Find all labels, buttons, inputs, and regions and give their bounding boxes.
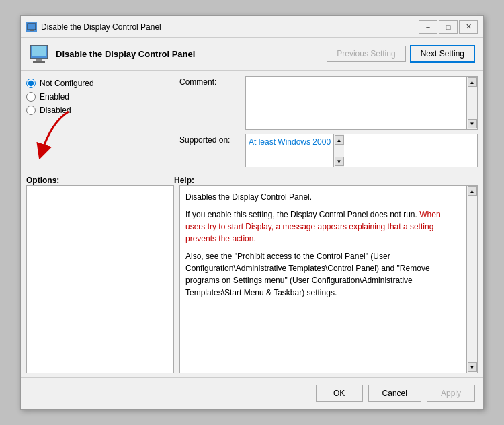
svg-rect-4 — [36, 59, 42, 61]
comment-row: Comment: ▲ ▼ — [179, 76, 478, 130]
radio-enabled-input[interactable] — [26, 92, 36, 102]
help-scroll-down[interactable]: ▼ — [468, 362, 477, 372]
radio-not-configured-label: Not Configured — [40, 79, 94, 88]
radio-disabled[interactable]: Disabled — [26, 106, 174, 115]
comment-box: ▲ ▼ — [245, 76, 478, 130]
radio-not-configured[interactable]: Not Configured — [26, 79, 174, 88]
header-icon — [29, 43, 50, 65]
footer: OK Cancel Apply — [21, 377, 483, 409]
supported-label: Supported on: — [179, 134, 240, 145]
svg-rect-1 — [30, 30, 34, 31]
options-section-label: Options: — [26, 176, 174, 185]
help-line3: Also, see the "Prohibit access to the Co… — [185, 250, 461, 299]
apply-button[interactable]: Apply — [427, 385, 475, 402]
help-line1: Disables the Display Control Panel. — [185, 191, 461, 203]
maximize-button[interactable]: □ — [439, 20, 458, 34]
header-nav: Previous Setting Next Setting — [327, 45, 475, 63]
radio-group: Not Configured Enabled Disabled — [26, 76, 174, 118]
right-panel: Comment: ▲ ▼ Supported on: At least Wind… — [179, 76, 478, 167]
content-area: Not Configured Enabled Disabled — [21, 71, 483, 173]
bottom-panels: Disables the Display Control Panel. If y… — [21, 185, 483, 373]
title-bar-controls: − □ ✕ — [419, 20, 478, 34]
header-section: Disable the Display Control Panel Previo… — [21, 38, 483, 71]
main-window: Disable the Display Control Panel − □ ✕ — [20, 15, 484, 410]
supported-value: At least Windows 2000 — [246, 134, 333, 167]
help-scrollbar[interactable]: ▲ ▼ — [466, 186, 477, 373]
svg-rect-3 — [32, 46, 46, 56]
header-left: Disable the Display Control Panel — [29, 43, 195, 65]
radio-enabled[interactable]: Enabled — [26, 92, 174, 102]
left-panel: Not Configured Enabled Disabled — [26, 76, 174, 167]
minimize-button[interactable]: − — [419, 20, 437, 34]
supported-scroll-up[interactable]: ▲ — [335, 135, 344, 145]
bottom-labels: Options: Help: — [21, 176, 483, 185]
ok-button[interactable]: OK — [316, 385, 363, 402]
options-panel — [26, 185, 174, 373]
svg-rect-5 — [33, 61, 45, 63]
comment-textarea[interactable] — [246, 77, 466, 129]
title-bar-text: Disable the Display Control Panel — [41, 22, 161, 32]
help-scroll-up[interactable]: ▲ — [468, 186, 477, 196]
supported-scroll-down[interactable]: ▼ — [335, 157, 344, 166]
header-title: Disable the Display Control Panel — [56, 49, 195, 59]
comment-scrollbar[interactable]: ▲ ▼ — [466, 77, 477, 129]
comment-scroll-down[interactable]: ▼ — [468, 119, 477, 128]
radio-enabled-label: Enabled — [40, 92, 69, 102]
help-text: Disables the Display Control Panel. If y… — [180, 186, 466, 373]
help-line2-part1: If you enable this setting, the Display … — [185, 210, 419, 219]
comment-label: Comment: — [179, 76, 240, 87]
supported-box: At least Windows 2000 ▲ ▼ — [245, 134, 478, 167]
next-setting-button[interactable]: Next Setting — [410, 45, 475, 63]
supported-scrollbar[interactable]: ▲ ▼ — [333, 134, 344, 167]
cancel-button[interactable]: Cancel — [368, 385, 421, 402]
title-bar-left: Disable the Display Control Panel — [26, 22, 161, 32]
window-icon — [26, 22, 37, 32]
help-section-label: Help: — [174, 176, 478, 185]
radio-not-configured-input[interactable] — [26, 79, 36, 88]
help-panel: Disables the Display Control Panel. If y… — [179, 185, 478, 373]
comment-scroll-up[interactable]: ▲ — [468, 77, 477, 87]
radio-disabled-label: Disabled — [40, 106, 71, 115]
prev-setting-button[interactable]: Previous Setting — [327, 46, 405, 62]
svg-rect-0 — [28, 24, 36, 30]
title-bar: Disable the Display Control Panel − □ ✕ — [21, 16, 483, 38]
help-line2: If you enable this setting, the Display … — [185, 208, 461, 245]
radio-disabled-input[interactable] — [26, 106, 36, 115]
close-button[interactable]: ✕ — [459, 20, 478, 34]
supported-row: Supported on: At least Windows 2000 ▲ ▼ — [179, 134, 478, 167]
